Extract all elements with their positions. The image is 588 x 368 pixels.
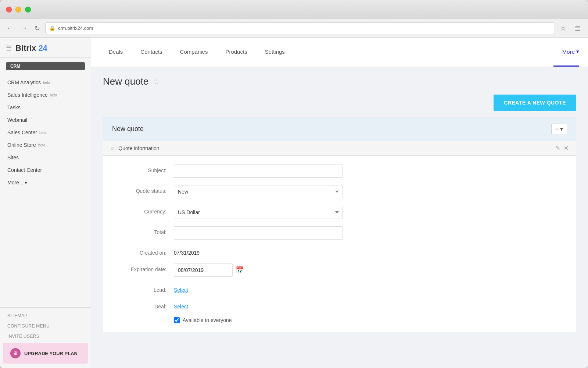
address-bar: 🔒 crm.bitrix24.com	[45, 22, 554, 34]
deal-select-link[interactable]: Select	[174, 301, 188, 309]
sidebar-item-label: Sales Center	[7, 130, 37, 135]
browser-menu-button[interactable]: ☰	[572, 23, 584, 34]
available-row: Available to everyone	[174, 317, 564, 323]
currency-control: US Dollar Euro GBP	[174, 206, 343, 219]
currency-row: Currency: US Dollar Euro GBP	[115, 206, 564, 219]
quote-card-title: New quote	[112, 125, 144, 133]
subject-input[interactable]	[174, 164, 343, 178]
sidebar-item-crm-analytics[interactable]: CRM Analyticsbeta	[0, 76, 91, 89]
lead-label: Lead:	[115, 284, 174, 293]
available-checkbox[interactable]	[174, 317, 180, 323]
currency-label: Currency:	[115, 206, 174, 215]
total-input[interactable]	[174, 226, 343, 240]
quote-form: Subject: Quote status: New In P	[103, 156, 576, 332]
beta-tag: beta	[38, 143, 45, 147]
created-row: Created on: 07/31/2019	[115, 247, 564, 256]
brand-logo: Bitrix 24	[15, 43, 47, 53]
status-select[interactable]: New In Progress Approved Rejected Sent	[174, 185, 343, 198]
expiration-row: Expiration date: 📅	[115, 263, 564, 277]
card-menu-icon: ≡	[555, 126, 559, 132]
sidebar-item-sales-intelligence[interactable]: Sales Intelligencebeta	[0, 89, 91, 101]
create-new-quote-button[interactable]: CREATE A NEW QUOTE	[494, 95, 576, 111]
sidebar-item-label: Online Store	[7, 142, 36, 148]
expiration-control: 📅	[174, 263, 343, 277]
deal-control: Select	[174, 301, 343, 310]
status-control: New In Progress Approved Rejected Sent	[174, 185, 343, 198]
sidebar-item-tasks[interactable]: Tasks	[0, 101, 91, 114]
sidebar-item-label: Sales Intelligence	[7, 92, 48, 98]
deal-label: Deal:	[115, 301, 174, 309]
sidebar-item-online-store[interactable]: Online Storebeta	[0, 139, 91, 151]
created-control: 07/31/2019	[174, 247, 343, 256]
sidebar-item-contact-center[interactable]: Contact Center	[0, 164, 91, 176]
bookmark-button[interactable]: ☆	[557, 23, 569, 34]
currency-select[interactable]: US Dollar Euro GBP	[174, 206, 343, 219]
sitemap-link[interactable]: SITEMAP	[0, 311, 91, 321]
tab-settings[interactable]: Settings	[256, 38, 294, 67]
created-value: 07/31/2019	[174, 247, 200, 256]
beta-tag: beta	[50, 93, 57, 97]
close-icon[interactable]: ✕	[564, 145, 569, 152]
deal-row: Deal: Select	[115, 301, 564, 310]
traffic-light-yellow[interactable]	[15, 7, 21, 13]
quote-card: New quote ≡ ▾ ≡ Quote information	[103, 117, 576, 332]
created-label: Created on:	[115, 247, 174, 256]
section-title: Quote information	[118, 145, 159, 151]
quote-card-header: New quote ≡ ▾	[103, 117, 576, 141]
favorite-star-icon[interactable]: ☆	[153, 77, 159, 86]
card-menu-button[interactable]: ≡ ▾	[551, 124, 567, 134]
traffic-light-red[interactable]	[6, 7, 12, 13]
sidebar-footer: SITEMAP CONFIGURE MENU INVITE USERS ♛ UP…	[0, 307, 91, 368]
page-title-row: New quote ☆	[103, 76, 576, 87]
status-row: Quote status: New In Progress Approved R…	[115, 185, 564, 198]
total-label: Total:	[115, 226, 174, 235]
upgrade-plan-button[interactable]: ♛ UPGRADE YOUR PLAN	[3, 343, 88, 364]
sidebar-item-label: Sites	[7, 155, 19, 160]
subject-row: Subject:	[115, 164, 564, 178]
calendar-icon[interactable]: 📅	[236, 266, 244, 274]
configure-menu-link[interactable]: CONFIGURE MENU	[0, 321, 91, 331]
traffic-light-green[interactable]	[25, 7, 31, 13]
section-actions: ✎ ✕	[555, 145, 569, 152]
upgrade-label: UPGRADE YOUR PLAN	[24, 351, 78, 356]
sidebar: ☰ Bitrix 24 CRM CRM Analyticsbeta Sales …	[0, 38, 91, 368]
hamburger-button[interactable]: ☰	[6, 44, 12, 52]
back-button[interactable]: ←	[4, 23, 15, 33]
date-wrapper: 📅	[174, 263, 343, 277]
top-nav: Deals Contacts Companies Products Settin…	[91, 38, 588, 67]
page-title: New quote	[103, 76, 148, 87]
invite-users-link[interactable]: INVITE USERS	[0, 331, 91, 342]
sidebar-item-label: Contact Center	[7, 167, 42, 173]
address-text: crm.bitrix24.com	[58, 25, 93, 31]
sidebar-nav: CRM Analyticsbeta Sales Intelligencebeta…	[0, 75, 91, 307]
tab-contacts[interactable]: Contacts	[132, 38, 171, 67]
tab-products[interactable]: Products	[216, 38, 256, 67]
quote-info-header: ≡ Quote information ✎ ✕	[103, 141, 576, 156]
more-arrow-icon: ▾	[576, 48, 579, 55]
card-menu-arrow-icon: ▾	[560, 125, 563, 132]
total-control	[174, 226, 343, 240]
sidebar-item-sites[interactable]: Sites	[0, 151, 91, 164]
brand-text: Bitrix	[15, 43, 36, 53]
drag-icon: ≡	[111, 145, 114, 152]
refresh-button[interactable]: ↻	[32, 23, 42, 34]
forward-button[interactable]: →	[18, 23, 29, 33]
subject-control	[174, 164, 343, 178]
sidebar-item-more[interactable]: More... ▾	[0, 176, 91, 189]
crm-badge[interactable]: CRM	[6, 62, 85, 70]
edit-icon[interactable]: ✎	[555, 145, 560, 152]
lead-select-link[interactable]: Select	[174, 284, 188, 293]
sidebar-item-sales-center[interactable]: Sales Centerbeta	[0, 126, 91, 139]
main-content: Deals Contacts Companies Products Settin…	[91, 38, 588, 368]
quote-info-header-left: ≡ Quote information	[111, 145, 159, 152]
expiration-date-input[interactable]	[174, 263, 233, 277]
lead-row: Lead: Select	[115, 284, 564, 293]
tab-more[interactable]: More ▾	[553, 38, 579, 67]
tab-deals[interactable]: Deals	[100, 38, 132, 67]
tab-companies[interactable]: Companies	[171, 38, 217, 67]
sidebar-item-webmail[interactable]: Webmail	[0, 114, 91, 126]
expiration-label: Expiration date:	[115, 263, 174, 272]
lock-icon: 🔒	[49, 25, 55, 31]
available-label: Available to everyone	[183, 317, 232, 323]
sidebar-header: ☰ Bitrix 24	[0, 38, 91, 58]
